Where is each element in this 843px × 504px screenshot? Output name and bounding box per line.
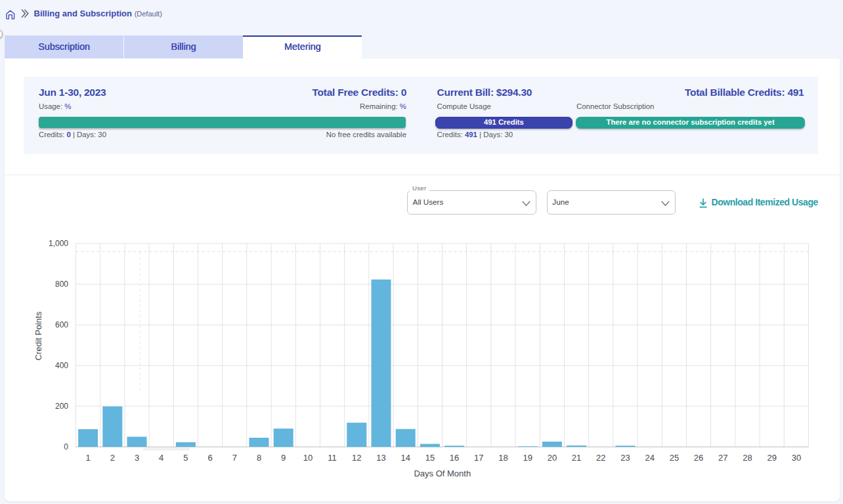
- svg-text:22: 22: [596, 453, 605, 463]
- svg-text:9: 9: [281, 453, 286, 463]
- svg-text:6: 6: [207, 453, 212, 463]
- svg-text:14: 14: [400, 453, 410, 463]
- svg-text:25: 25: [670, 453, 679, 463]
- svg-text:7: 7: [232, 453, 237, 463]
- svg-text:27: 27: [718, 453, 727, 463]
- svg-text:11: 11: [328, 453, 337, 463]
- svg-text:Credit Points: Credit Points: [33, 311, 43, 360]
- svg-text:5: 5: [183, 453, 188, 463]
- svg-text:2: 2: [110, 453, 115, 463]
- svg-text:26: 26: [694, 453, 703, 463]
- svg-text:12: 12: [352, 453, 361, 463]
- svg-text:4: 4: [159, 453, 163, 463]
- svg-text:30: 30: [792, 453, 801, 463]
- svg-text:24: 24: [645, 453, 654, 463]
- svg-text:17: 17: [474, 453, 483, 463]
- svg-text:16: 16: [450, 453, 459, 463]
- svg-text:19: 19: [523, 453, 532, 463]
- svg-text:8: 8: [257, 453, 261, 463]
- svg-text:29: 29: [767, 453, 776, 463]
- svg-text:1,000: 1,000: [49, 239, 68, 248]
- svg-text:28: 28: [743, 453, 752, 463]
- svg-text:10: 10: [303, 453, 313, 463]
- svg-text:21: 21: [572, 453, 581, 463]
- svg-text:23: 23: [620, 453, 630, 463]
- svg-text:Days Of Month: Days Of Month: [414, 469, 471, 478]
- svg-text:200: 200: [55, 402, 68, 411]
- svg-text:20: 20: [548, 453, 557, 463]
- svg-text:18: 18: [498, 453, 508, 463]
- svg-text:600: 600: [55, 320, 68, 329]
- svg-text:13: 13: [376, 453, 385, 463]
- svg-text:15: 15: [425, 453, 435, 463]
- svg-text:0: 0: [64, 442, 68, 452]
- svg-text:800: 800: [55, 280, 68, 289]
- svg-text:1: 1: [85, 453, 90, 463]
- svg-text:400: 400: [55, 361, 68, 370]
- svg-text:3: 3: [135, 453, 139, 463]
